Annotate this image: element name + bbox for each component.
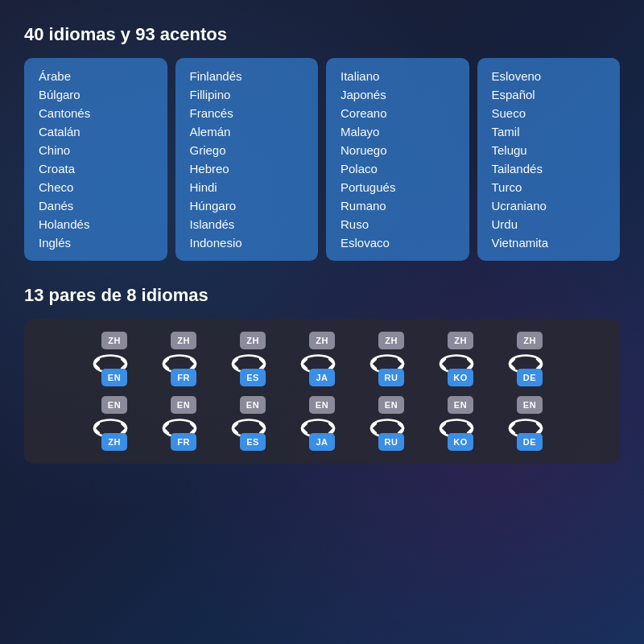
badge-top: EN — [448, 396, 473, 414]
pair-unit: ZH EN — [83, 332, 146, 386]
lang-item: Hindi — [190, 180, 304, 194]
pair-unit: EN KO — [429, 396, 492, 451]
pair-unit: EN DE — [498, 396, 561, 451]
pair-unit: EN ES — [221, 396, 284, 451]
lang-item: Eslovaco — [341, 236, 455, 250]
pair-unit: ZH KO — [429, 332, 492, 386]
lang-item: Rumano — [341, 199, 455, 213]
lang-item: Japonés — [341, 88, 455, 101]
lang-item: Húngaro — [190, 199, 304, 213]
badge-bottom: ES — [240, 433, 266, 451]
badge-top: ZH — [101, 332, 127, 349]
section2-title: 13 pares de 8 idiomas — [24, 285, 620, 306]
badge-top: EN — [171, 396, 196, 414]
lang-item: Sueco — [492, 106, 606, 120]
lang-item: Hebreo — [190, 162, 304, 175]
lang-item: Urdu — [492, 217, 606, 231]
lang-item: Polaco — [341, 162, 455, 175]
lang-item: Tailandés — [492, 162, 606, 175]
pair-unit: ZH ES — [221, 332, 284, 386]
section1: 40 idiomas y 93 acentos ÁrabeBúlgaroCant… — [24, 24, 620, 261]
lang-item: Malayo — [341, 125, 455, 138]
lang-column-0: ÁrabeBúlgaroCantonésCatalánChinoCroataCh… — [24, 58, 167, 261]
lang-item: Italiano — [341, 69, 455, 83]
pair-unit: EN JA — [291, 396, 353, 451]
lang-item: Islandés — [190, 217, 304, 231]
lang-item: Catalán — [39, 125, 153, 138]
lang-item: Vietnamita — [492, 236, 606, 250]
badge-bottom: JA — [309, 433, 335, 451]
badge-bottom: KO — [448, 369, 473, 386]
lang-item: Griego — [190, 143, 304, 157]
badge-top: EN — [517, 396, 543, 414]
badge-bottom: KO — [448, 433, 473, 451]
lang-item: Chino — [39, 143, 153, 157]
lang-item: Inglés — [39, 236, 153, 250]
section2: 13 pares de 8 idiomas ZH ENZH FRZH ESZH … — [24, 285, 620, 464]
lang-item: Holandés — [39, 217, 153, 231]
badge-bottom: ES — [240, 369, 266, 386]
lang-item: Francés — [190, 106, 304, 120]
pairs-row2: EN ZHEN FREN ESEN JAEN RUEN — [34, 396, 610, 451]
lang-item: Tamil — [492, 125, 606, 138]
badge-top: ZH — [309, 332, 335, 349]
lang-item: Ucraniano — [492, 199, 606, 213]
badge-top: ZH — [378, 332, 404, 349]
lang-item: Indonesio — [190, 236, 304, 250]
lang-item: Danés — [39, 199, 153, 213]
badge-bottom: RU — [378, 433, 404, 451]
badge-bottom: DE — [517, 369, 543, 386]
pairs-row1: ZH ENZH FRZH ESZH JAZH RUZH — [34, 332, 610, 386]
lang-item: Fillipino — [190, 88, 304, 101]
badge-top: EN — [378, 396, 404, 414]
badge-bottom: DE — [517, 433, 543, 451]
badge-top: ZH — [448, 332, 473, 349]
lang-item: Checo — [39, 180, 153, 194]
badge-bottom: RU — [378, 369, 404, 386]
badge-top: EN — [240, 396, 266, 414]
pair-unit: ZH JA — [291, 332, 353, 386]
lang-item: Búlgaro — [39, 88, 153, 101]
lang-column-2: ItalianoJaponésCoreanoMalayoNoruegoPolac… — [326, 58, 469, 261]
lang-item: Portugués — [341, 180, 455, 194]
lang-column-1: FinlandésFillipinoFrancésAlemánGriegoHeb… — [175, 58, 319, 261]
badge-top: EN — [309, 396, 335, 414]
lang-item: Croata — [39, 162, 153, 175]
badge-top: ZH — [240, 332, 266, 349]
lang-item: Alemán — [190, 125, 304, 138]
badge-top: ZH — [171, 332, 196, 349]
languages-grid: ÁrabeBúlgaroCantonésCatalánChinoCroataCh… — [24, 58, 620, 261]
pair-unit: EN ZH — [83, 396, 146, 451]
lang-item: Cantonés — [39, 106, 153, 120]
lang-item: Coreano — [341, 106, 455, 120]
badge-bottom: ZH — [101, 433, 127, 451]
lang-item: Noruego — [341, 143, 455, 157]
pair-unit: ZH RU — [360, 332, 423, 386]
badge-bottom: JA — [309, 369, 335, 386]
pair-unit: ZH FR — [152, 332, 215, 386]
pair-unit: EN FR — [152, 396, 215, 451]
lang-item: Árabe — [39, 69, 153, 83]
pair-unit: ZH DE — [498, 332, 561, 386]
badge-bottom: EN — [101, 369, 127, 386]
lang-item: Español — [492, 88, 606, 101]
pairs-container: ZH ENZH FRZH ESZH JAZH RUZH — [24, 319, 620, 464]
lang-item: Ruso — [341, 217, 455, 231]
lang-item: Esloveno — [492, 69, 606, 83]
badge-top: EN — [101, 396, 127, 414]
section1-title: 40 idiomas y 93 acentos — [24, 24, 620, 45]
lang-column-3: EslovenoEspañolSuecoTamilTeluguTailandés… — [477, 58, 621, 261]
pair-unit: EN RU — [360, 396, 423, 451]
lang-item: Telugu — [492, 143, 606, 157]
badge-bottom: FR — [171, 369, 196, 386]
lang-item: Finlandés — [190, 69, 304, 83]
badge-top: ZH — [517, 332, 543, 349]
badge-bottom: FR — [171, 433, 196, 451]
lang-item: Turco — [492, 180, 606, 194]
